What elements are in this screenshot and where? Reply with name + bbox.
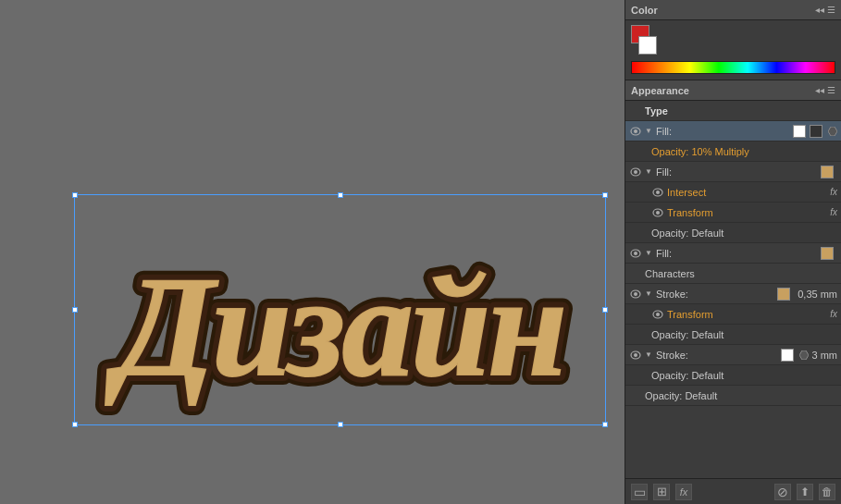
new-layer-button[interactable]: ▭ xyxy=(631,484,648,500)
appearance-bottom-toolbar: ▭ ⊞ fx ⊘ ⬆ 🗑 xyxy=(625,478,841,504)
appearance-panel-icons: ◂◂ ☰ xyxy=(815,85,835,95)
fill-row-1[interactable]: ▼ Fill: xyxy=(625,121,841,141)
transform-row-1[interactable]: Transform fx xyxy=(625,203,841,223)
transform1-fx-icon: fx xyxy=(830,207,837,217)
type-visibility-icon[interactable] xyxy=(629,104,642,117)
fill1-swatch-white[interactable] xyxy=(793,125,806,138)
svg-point-14 xyxy=(634,252,637,255)
opacity-default-row-3: Opacity: Default xyxy=(625,365,841,386)
opacity-default2-label: Opacity: Default xyxy=(651,329,837,340)
svg-point-10 xyxy=(656,191,660,194)
transform2-visibility-icon[interactable] xyxy=(651,308,664,321)
opacity-default3-label: Opacity: Default xyxy=(651,370,837,381)
design-text: Дизайн Дизайн Дизайн Дизайн xyxy=(69,194,611,435)
intersect-row[interactable]: Intersect fx xyxy=(625,182,841,203)
fx-button[interactable]: fx xyxy=(675,484,692,500)
svg-marker-21 xyxy=(799,350,809,360)
opacity1-label: Opacity: 10% Multiply xyxy=(651,146,837,157)
transform2-label: Transform xyxy=(667,309,828,320)
color-panel-title: Color xyxy=(631,5,658,16)
fill2-label: Fill: xyxy=(656,166,817,178)
stroke2-value: 3 mm xyxy=(812,350,838,361)
move-up-button[interactable]: ⬆ xyxy=(797,484,813,500)
fill1-visibility-icon[interactable] xyxy=(629,125,642,138)
fill-row-3[interactable]: ▼ Fill: xyxy=(625,243,841,264)
appearance-panel-title: Appearance xyxy=(631,85,689,96)
stroke2-visibility-icon[interactable] xyxy=(629,349,642,362)
opacity4-visibility-icon xyxy=(629,389,642,402)
opacity-default4-label: Opacity: Default xyxy=(645,390,837,401)
fill1-swatch-dark[interactable] xyxy=(810,125,822,138)
intersect-visibility-icon[interactable] xyxy=(651,186,664,199)
fill1-label: Fill: xyxy=(656,126,789,137)
color-panel: Color ◂◂ ☰ xyxy=(625,0,841,80)
fill2-arrow-icon: ▼ xyxy=(645,167,654,177)
characters-row: Characters xyxy=(625,264,841,284)
opacity-default-row-2: Opacity: Default xyxy=(625,325,841,345)
stroke2-label: Stroke: xyxy=(656,350,777,361)
appearance-panel-header: Appearance ◂◂ ☰ xyxy=(625,80,841,101)
color-panel-header: Color ◂◂ ☰ xyxy=(625,0,841,20)
intersect-fx-icon: fx xyxy=(830,187,837,197)
svg-point-16 xyxy=(634,292,637,296)
background-swatch[interactable] xyxy=(638,36,657,55)
opacity-row-1: Opacity: 10% Multiply xyxy=(625,141,841,162)
svg-point-5 xyxy=(634,129,637,133)
type-label: Type xyxy=(645,105,837,117)
opacity-default1-label: Opacity: Default xyxy=(651,227,837,239)
opacity-default-row-4: Opacity: Default xyxy=(625,386,841,406)
stroke2-swatch-white[interactable] xyxy=(781,349,794,362)
appearance-panel: Appearance ◂◂ ☰ Type ▼ Fill: Opacity: 10… xyxy=(625,80,841,478)
fill2-visibility-icon[interactable] xyxy=(629,166,642,178)
collapse-icon[interactable]: ◂◂ xyxy=(815,5,824,15)
bottom-toolbar-left: ▭ ⊞ fx xyxy=(631,484,692,500)
mask-button[interactable]: ⊘ xyxy=(774,484,791,500)
stroke1-label: Stroke: xyxy=(656,289,773,300)
color-panel-icons: ◂◂ ☰ xyxy=(815,5,835,15)
delete-button[interactable]: 🗑 xyxy=(819,484,835,500)
svg-point-8 xyxy=(634,170,637,174)
color-gradient-bar[interactable] xyxy=(631,61,835,74)
transform1-visibility-icon[interactable] xyxy=(651,206,664,219)
stroke1-value: 0,35 mm xyxy=(798,289,837,300)
appearance-collapse-icon[interactable]: ◂◂ xyxy=(815,85,824,95)
fill1-arrow-icon: ▼ xyxy=(645,127,654,136)
menu-icon[interactable]: ☰ xyxy=(827,5,835,15)
fill3-swatch[interactable] xyxy=(821,247,834,260)
transform2-fx-icon: fx xyxy=(830,309,837,319)
intersect-label: Intersect xyxy=(667,187,828,198)
fill2-swatch[interactable] xyxy=(821,166,834,178)
fill3-arrow-icon: ▼ xyxy=(645,249,654,258)
stroke2-arrow-icon: ▼ xyxy=(645,350,654,360)
fill-row-2[interactable]: ▼ Fill: xyxy=(625,162,841,182)
stroke-row-2[interactable]: ▼ Stroke: 3 mm xyxy=(625,345,841,365)
characters-label: Characters xyxy=(645,268,837,279)
svg-point-12 xyxy=(656,211,660,215)
svg-point-20 xyxy=(634,353,637,357)
transform1-label: Transform xyxy=(667,207,828,218)
opacity-default-row-1: Opacity: Default xyxy=(625,223,841,243)
stroke-row-1[interactable]: ▼ Stroke: 0,35 mm xyxy=(625,284,841,304)
stroke1-visibility-icon[interactable] xyxy=(629,288,642,301)
bottom-toolbar-right: ⊘ ⬆ 🗑 xyxy=(774,484,835,500)
right-panel: Color ◂◂ ☰ Appearance ◂◂ ☰ Type xyxy=(625,0,841,504)
stroke1-arrow-icon: ▼ xyxy=(645,289,654,299)
duplicate-button[interactable]: ⊞ xyxy=(653,484,670,500)
svg-point-18 xyxy=(656,313,660,316)
transform-row-2[interactable]: Transform fx xyxy=(625,304,841,325)
appearance-menu-icon[interactable]: ☰ xyxy=(827,85,835,95)
fill3-label: Fill: xyxy=(656,248,817,259)
canvas-area[interactable]: Дизайн Дизайн Дизайн Дизайн xyxy=(0,0,625,504)
svg-marker-6 xyxy=(828,127,837,136)
characters-visibility-icon xyxy=(629,267,642,280)
type-row: Type xyxy=(625,101,841,121)
svg-text:Дизайн: Дизайн xyxy=(105,247,563,406)
fill3-visibility-icon[interactable] xyxy=(629,247,642,260)
color-swatches xyxy=(625,20,841,59)
stroke1-swatch[interactable] xyxy=(777,288,790,301)
